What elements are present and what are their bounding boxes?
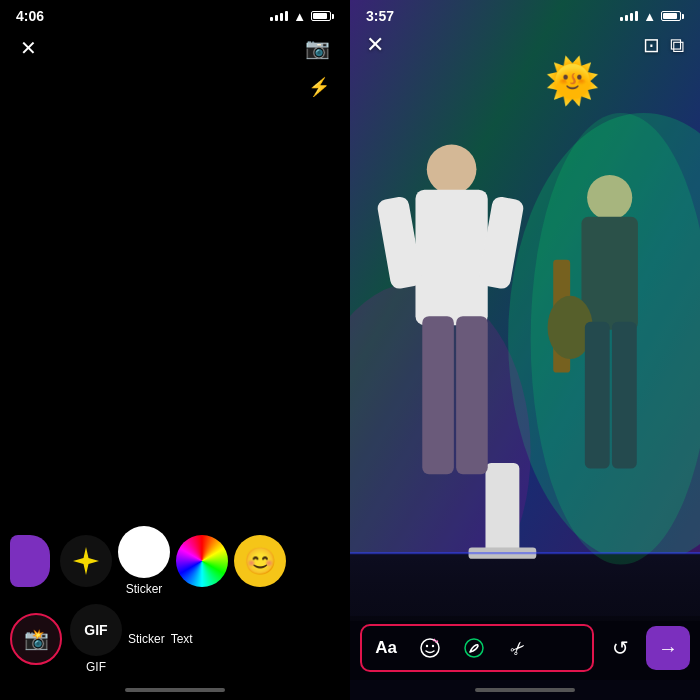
emoji-tool-icon[interactable] — [412, 630, 448, 666]
svg-point-8 — [427, 145, 477, 195]
svg-marker-0 — [73, 547, 99, 575]
draw-tool-icon[interactable] — [456, 630, 492, 666]
right-toolbar: Aa ✂ — [350, 616, 700, 680]
gif-label: GIF — [86, 660, 106, 674]
emoji-tool[interactable]: 😊 — [234, 535, 286, 587]
rainbow-circle — [176, 535, 228, 587]
sticker-tool-2[interactable]: Sticker — [128, 632, 165, 646]
sticker-label: Sticker — [126, 582, 163, 596]
left-toolbar: Sticker 😊 — [0, 516, 350, 602]
left-status-bar: 4:06 ▲ — [0, 0, 350, 28]
tool-group: Aa ✂ — [360, 624, 594, 672]
svg-rect-9 — [415, 190, 487, 325]
right-wifi-icon: ▲ — [643, 9, 656, 24]
text-icon-label: Aa — [375, 638, 397, 658]
smiley-circle: 😊 — [234, 535, 286, 587]
camera-icon[interactable]: 📷 — [305, 36, 330, 60]
camera-tool[interactable]: 📸 — [10, 613, 62, 665]
right-home-indicator — [350, 680, 700, 700]
left-time: 4:06 — [16, 8, 44, 24]
text-label: Text — [171, 632, 193, 646]
concert-photo: ✕ ⊡ ⧉ 🌞 — [350, 0, 700, 700]
undo-icon: ↺ — [612, 636, 629, 660]
next-button[interactable]: → — [646, 626, 690, 670]
svg-rect-10 — [422, 316, 454, 474]
right-panel: 3:57 ▲ — [350, 0, 700, 700]
right-time: 3:57 — [366, 8, 394, 24]
concert-scene-svg — [350, 0, 700, 700]
svg-point-24 — [426, 645, 428, 647]
text-tool[interactable] — [176, 535, 228, 587]
svg-line-27 — [435, 641, 438, 642]
spark-circle — [60, 535, 112, 587]
undo-button[interactable]: ↺ — [602, 630, 638, 666]
scissors-tool-icon[interactable]: ✂ — [500, 630, 536, 666]
text-tool-icon[interactable]: Aa — [368, 630, 404, 666]
right-home-bar — [475, 688, 575, 692]
gif-tool[interactable]: GIF GIF — [70, 604, 122, 674]
svg-point-25 — [432, 645, 434, 647]
left-black-area — [0, 106, 350, 516]
emoji-icon-svg — [419, 637, 441, 659]
layers-icon[interactable]: ⧉ — [670, 34, 684, 57]
draw-icon-svg — [463, 637, 485, 659]
svg-rect-11 — [456, 316, 488, 474]
gif-circle: GIF — [70, 604, 122, 656]
right-signal-icon — [620, 11, 638, 21]
sticker-label-2: Sticker — [128, 632, 165, 646]
signal-icon — [270, 11, 288, 21]
home-bar — [125, 688, 225, 692]
crop-icon[interactable]: ⊡ — [643, 33, 660, 57]
right-battery-icon — [661, 11, 684, 21]
left-top-icons: ✕ 📷 — [0, 28, 350, 68]
right-top-icons: ✕ ⊡ ⧉ — [350, 24, 700, 66]
spark-tool[interactable] — [60, 535, 112, 587]
text-tool-2[interactable]: Text — [171, 632, 193, 646]
next-arrow-icon: → — [658, 637, 678, 660]
svg-point-28 — [465, 639, 483, 657]
close-icon[interactable]: ✕ — [20, 36, 37, 60]
scissors-icon: ✂ — [505, 635, 531, 661]
wifi-icon: ▲ — [293, 9, 306, 24]
flash-off-icon[interactable]: ⚡ — [308, 76, 330, 98]
cam-bordered-circle: 📸 — [10, 613, 62, 665]
left-panel: 4:06 ▲ ✕ 📷 ⚡ — [0, 0, 350, 700]
tool-labels-row: 📸 GIF GIF Sticker Text — [0, 602, 350, 680]
sticker-tool[interactable]: Sticker — [118, 526, 170, 596]
left-home-indicator — [0, 680, 350, 700]
gif-text: GIF — [84, 622, 107, 638]
back-icon[interactable]: ✕ — [366, 32, 384, 58]
left-mid-icon: ⚡ — [0, 68, 350, 106]
sticker-circle — [118, 526, 170, 578]
svg-rect-6 — [485, 463, 519, 553]
purple-blob[interactable] — [10, 535, 50, 587]
spark-icon — [70, 545, 102, 577]
battery-icon — [311, 11, 334, 21]
